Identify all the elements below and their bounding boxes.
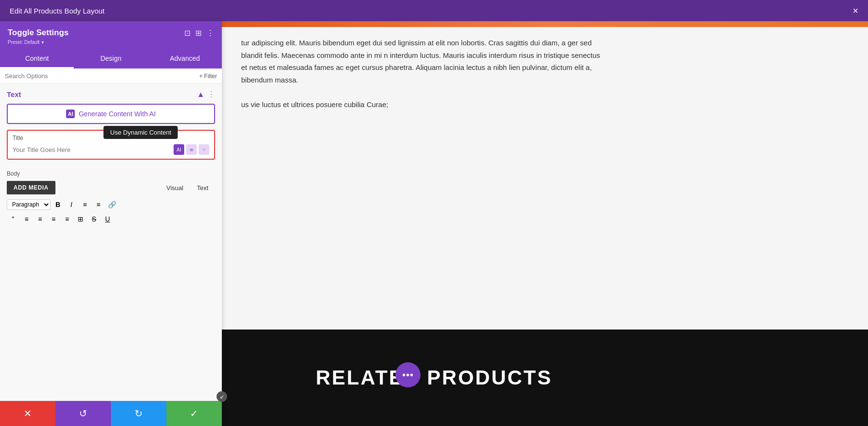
collapse-icon[interactable]: ▲ [197,90,204,99]
top-bar-title: Edit All Products Body Layout [10,7,105,15]
table-button[interactable]: ⊞ [74,213,87,225]
search-bar: + Filter [0,69,222,84]
title-pointer-icon[interactable]: ☞ [199,144,209,155]
title-dynamic-icon[interactable]: ≋ [186,144,197,155]
undo-button[interactable]: ↺ [55,401,111,426]
quote-button[interactable]: " [7,213,19,225]
tab-advanced[interactable]: Advanced [148,50,222,69]
field-input-row: AI ≋ ☞ [13,144,209,155]
ai-icon: AI [66,110,75,118]
expand-icon[interactable]: ⊡ [184,28,190,38]
content-two-col: tur adipiscing elit. Mauris bibendum ege… [241,37,849,125]
editor-view-tabs: Visual Text [160,182,215,194]
filter-button[interactable]: + Filter [199,73,217,80]
align-left-button[interactable]: ≡ [20,213,33,225]
section-more-icon[interactable]: ⋮ [207,90,215,99]
underline-button[interactable]: U [101,213,114,225]
panel-tabs: Content Design Advanced [0,50,222,69]
ul-button[interactable]: ≡ [79,198,91,211]
format-bar: Paragraph B I ≡ ≡ 🔗 [7,198,215,211]
content-left: tur adipiscing elit. Mauris bibendum ege… [241,37,675,125]
left-panel: Toggle Settings ⊡ ⊞ ⋮ Preset: Default ▾ … [0,21,222,426]
paragraph-select[interactable]: Paragraph [7,199,51,210]
title-field-container: Use Dynamic Content Title AI ≋ ☞ [7,130,215,160]
title-ai-icon[interactable]: AI [174,144,184,155]
field-icons: AI ≋ ☞ [174,144,209,155]
tab-design[interactable]: Design [74,50,148,69]
redo-button[interactable]: ↻ [111,401,166,426]
add-media-button[interactable]: ADD MEDIA [7,181,55,194]
panel-content: + Filter Text ▲ ⋮ AI Generate Content Wi… [0,69,222,401]
columns-icon[interactable]: ⊞ [195,28,202,38]
bold-button[interactable]: B [52,198,64,211]
top-bar: Edit All Products Body Layout × [0,0,868,21]
tab-content[interactable]: Content [0,50,74,69]
editor-toolbar-top: ADD MEDIA Visual Text [7,181,215,194]
tab-text[interactable]: Text [190,182,215,194]
panel-header-icons: ⊡ ⊞ ⋮ [184,28,214,38]
title-input[interactable] [13,146,171,153]
align-right-button[interactable]: ≡ [47,213,60,225]
floating-dots-button[interactable]: ••• [395,362,420,387]
justify-button[interactable]: ≡ [61,213,73,225]
bottom-bar: ✕ ↺ ↻ ✓ [0,401,222,426]
related-products-title: RELATED PRODUCTS [316,366,553,389]
preset-label: Preset: Default ▾ [8,40,214,45]
format-bar-row2: " ≡ ≡ ≡ ≡ ⊞ S U [7,213,215,225]
text-section: Text ▲ ⋮ AI Generate Content With AI Use… [0,84,222,170]
body-text: tur adipiscing elit. Mauris bibendum ege… [241,37,608,110]
text-section-title: Text [7,90,21,98]
tab-visual[interactable]: Visual [160,182,190,194]
ai-generate-button[interactable]: AI Generate Content With AI [7,104,215,124]
body-section: Body ADD MEDIA Visual Text Paragraph B I… [0,170,222,233]
body-label: Body [7,170,215,177]
resize-handle[interactable]: ↙ [217,391,227,402]
ol-button[interactable]: ≡ [92,198,105,211]
close-button[interactable]: × [853,6,858,15]
title-field-label: Title [13,135,209,141]
more-icon[interactable]: ⋮ [206,28,214,38]
link-button[interactable]: 🔗 [106,198,118,211]
search-input[interactable] [5,72,195,80]
align-center-button[interactable]: ≡ [34,213,46,225]
panel-title: Toggle Settings [8,28,68,38]
italic-button[interactable]: I [65,198,78,211]
section-controls: ▲ ⋮ [197,90,215,99]
section-header: Text ▲ ⋮ [7,90,215,99]
save-button[interactable]: ✓ [166,401,222,426]
strikethrough-button[interactable]: S [88,213,100,225]
content-right: ADDITIONAL INFORMATION Weight 2 kg Dimen… [694,37,849,125]
preset-chevron-icon[interactable]: ▾ [41,40,44,45]
panel-header-top: Toggle Settings ⊡ ⊞ ⋮ [8,28,214,38]
panel-header: Toggle Settings ⊡ ⊞ ⋮ Preset: Default ▾ [0,21,222,50]
cancel-button[interactable]: ✕ [0,401,55,426]
